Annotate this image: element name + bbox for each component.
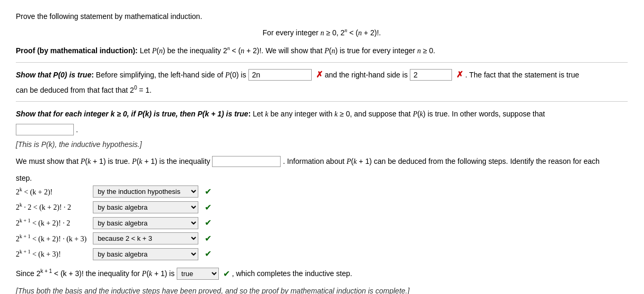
statement-text: For every integer n ≥ 0, 2n < (n + 2)!. xyxy=(263,28,381,37)
can-be-deduced-text: can be deduced from that fact that 20 = … xyxy=(16,86,151,94)
since-end-text: , which completes the inductive step. xyxy=(232,269,352,278)
step-1-select[interactable]: by the induction hypothesis by basic alg… xyxy=(93,185,198,198)
step-5-reason-cell[interactable]: by the induction hypothesis by basic alg… xyxy=(93,246,203,262)
step-row-3: 2k + 1 < (k + 2)! · 2 by the induction h… xyxy=(16,215,216,231)
can-be-deduced-line: can be deduced from that fact that 20 = … xyxy=(16,84,628,96)
hypothesis-row: . xyxy=(16,124,628,135)
intro-text: Prove the following statement by mathema… xyxy=(16,12,202,21)
must-show-text: We must show that P(k + 1) is true. P(k … xyxy=(16,157,210,165)
truth-text: . The fact that the statement is true xyxy=(465,69,579,81)
proof-intro-text: Let P(n) be the inequality 2n < (n + 2)!… xyxy=(140,46,435,55)
step-5-check: ✔ xyxy=(203,246,216,262)
since-line: Since 2k + 1 < (k + 3)! the inequality f… xyxy=(16,267,628,281)
step-5-select[interactable]: by the induction hypothesis by basic alg… xyxy=(93,248,198,260)
step-4-check: ✔ xyxy=(203,231,216,247)
x-mark-lhs: ✗ xyxy=(316,68,323,82)
p0-row: Show that P(0) is true: Before simplifyi… xyxy=(16,68,628,82)
must-show-end: . Information about P(k + 1) can be dedu… xyxy=(283,157,599,165)
show-pk-text: Let k be any integer with k ≥ 0, and sup… xyxy=(253,110,545,118)
step-row-2: 2k · 2 < (k + 2)! · 2 by the induction h… xyxy=(16,200,216,215)
step-2-reason-cell[interactable]: by the induction hypothesis by basic alg… xyxy=(93,200,203,215)
step-1-check: ✔ xyxy=(203,184,216,200)
step-4-select[interactable]: by the induction hypothesis by basic alg… xyxy=(93,232,198,244)
x-mark-rhs: ✗ xyxy=(456,68,463,82)
inductive-note-text: [This is P(k), the inductive hypothesis.… xyxy=(16,140,142,149)
step-2-check: ✔ xyxy=(203,200,216,215)
steps-table: 2k < (k + 2)! by the induction hypothesi… xyxy=(16,184,216,262)
conclusion-line: [Thus both the basis and the inductive s… xyxy=(16,285,628,294)
step-5-expr: 2k + 1 < (k + 3)! xyxy=(16,246,93,262)
step-word-line: step. xyxy=(16,172,628,184)
step-4-reason-cell[interactable]: by the induction hypothesis by basic alg… xyxy=(93,231,203,247)
step-3-check: ✔ xyxy=(203,215,216,231)
since-check: ✔ xyxy=(223,269,230,278)
inductive-note: [This is P(k), the inductive hypothesis.… xyxy=(16,139,628,150)
since-text-prefix: Since 2k + 1 < (k + 3)! the inequality f… xyxy=(16,269,175,278)
step-row-1: 2k < (k + 2)! by the induction hypothesi… xyxy=(16,184,216,200)
lhs-input[interactable] xyxy=(248,69,312,81)
statement-line: For every integer n ≥ 0, 2n < (n + 2)!. xyxy=(16,26,628,39)
show-p0-bold: Show that P(0) is true: xyxy=(16,69,94,81)
pk1-input[interactable] xyxy=(212,156,281,167)
show-pk-bold: Show that for each integer k ≥ 0, if P(k… xyxy=(16,110,251,118)
proof-bold: Proof (by mathematical induction): xyxy=(16,46,138,55)
step-1-reason-cell[interactable]: by the induction hypothesis by basic alg… xyxy=(93,184,203,200)
step-3-reason-cell[interactable]: by the induction hypothesis by basic alg… xyxy=(93,215,203,231)
step-row-5: 2k + 1 < (k + 3)! by the induction hypot… xyxy=(16,246,216,262)
conclusion-text: [Thus both the basis and the inductive s… xyxy=(16,287,409,294)
step-3-select[interactable]: by the induction hypothesis by basic alg… xyxy=(93,217,198,229)
step-3-expr: 2k + 1 < (k + 2)! · 2 xyxy=(16,215,93,231)
must-show-line: We must show that P(k + 1) is true. P(k … xyxy=(16,155,628,168)
rhs-input[interactable] xyxy=(410,69,452,81)
step-1-expr: 2k < (k + 2)! xyxy=(16,184,93,200)
proof-intro-line: Proof (by mathematical induction): Let P… xyxy=(16,44,628,57)
intro-line: Prove the following statement by mathema… xyxy=(16,11,628,22)
since-select[interactable]: true false xyxy=(177,268,219,280)
step-row-4: 2k + 1 < (k + 2)! · (k + 3) by the induc… xyxy=(16,231,216,247)
show-p0-section: Show that P(0) is true: Before simplifyi… xyxy=(16,68,628,96)
step-4-expr: 2k + 1 < (k + 2)! · (k + 3) xyxy=(16,231,93,247)
step-2-expr: 2k · 2 < (k + 2)! · 2 xyxy=(16,200,93,215)
hypothesis-input[interactable] xyxy=(16,124,74,135)
and-rhs-text: and the right-hand side is xyxy=(325,69,408,81)
step-word: step. xyxy=(16,174,32,182)
show-pk-section: Show that for each integer k ≥ 0, if P(k… xyxy=(16,108,628,120)
step-2-select[interactable]: by the induction hypothesis by basic alg… xyxy=(93,201,198,213)
main-content: Prove the following statement by mathema… xyxy=(16,11,628,294)
hypothesis-period: . xyxy=(76,124,78,135)
show-p0-before: Before simplifying, the left-hand side o… xyxy=(96,69,246,81)
